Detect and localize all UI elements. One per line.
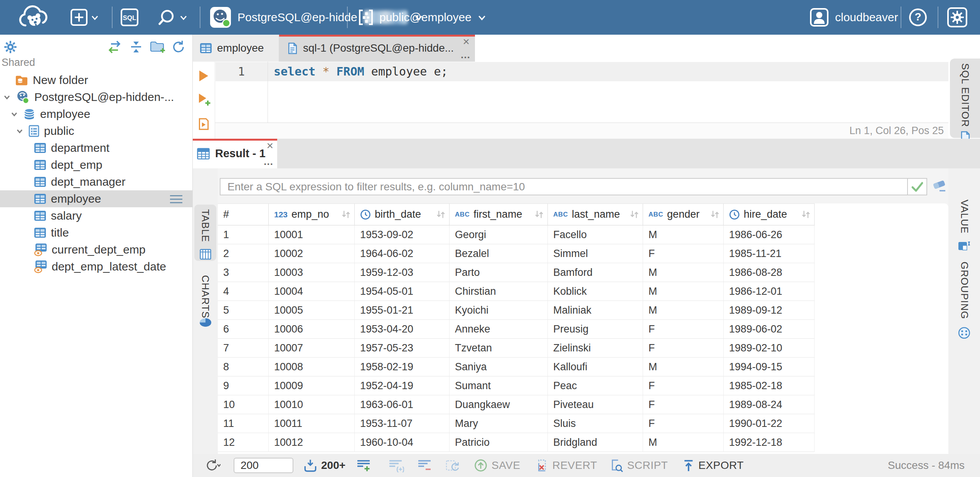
grid-cell[interactable]: 10011 [269, 414, 355, 433]
tree-item-department[interactable]: department [0, 139, 192, 156]
grid-cell[interactable]: F [643, 395, 724, 414]
new-connection-button[interactable] [70, 0, 99, 35]
grid-cell[interactable]: M [643, 358, 724, 376]
grid-cell[interactable]: Bridgland [548, 433, 643, 452]
row-number-cell[interactable]: 7 [218, 339, 269, 358]
row-number-cell[interactable]: 6 [218, 320, 269, 339]
script-button[interactable]: SCRIPT [609, 458, 668, 473]
grid-cell[interactable]: Parto [450, 263, 548, 282]
grid-cell[interactable]: F [643, 376, 724, 395]
tab-sql-editor[interactable]: sql-1 (PostgreSQL@ep-hidde... × … [279, 35, 475, 62]
grid-cell[interactable]: 1989-09-12 [724, 301, 815, 320]
grid-cell[interactable]: Anneke [450, 320, 548, 339]
tree-item-employee[interactable]: employee [0, 106, 192, 123]
grid-cell[interactable]: Sluis [548, 414, 643, 433]
grid-cell[interactable]: Tzvetan [450, 339, 548, 358]
grid-cell[interactable]: 1963-06-01 [355, 395, 450, 414]
grid-cell[interactable]: 1958-02-19 [355, 358, 450, 376]
collapse-all-button[interactable] [129, 39, 143, 55]
grid-cell[interactable]: 1989-06-02 [724, 320, 815, 339]
close-tab-icon[interactable]: × [266, 139, 273, 152]
refresh-tree-button[interactable] [171, 39, 186, 55]
grid-cell[interactable]: 1953-09-02 [355, 225, 450, 244]
row-number-cell[interactable]: 9 [218, 376, 269, 395]
grid-cell[interactable]: M [643, 433, 724, 452]
grid-cell[interactable]: M [643, 301, 724, 320]
grid-cell[interactable]: 1953-11-07 [355, 414, 450, 433]
execute-query-button[interactable] [197, 69, 210, 84]
column-header-hire_date[interactable]: hire_date [724, 203, 815, 225]
grid-cell[interactable]: 1985-02-18 [724, 376, 815, 395]
sort-icon[interactable] [801, 209, 811, 220]
navigator-settings-button[interactable] [3, 39, 18, 55]
grid-cell[interactable]: Peac [548, 376, 643, 395]
grid-cell[interactable]: F [643, 414, 724, 433]
tab-employee[interactable]: employee [193, 35, 279, 62]
refresh-grid-button[interactable] [445, 459, 460, 472]
row-number-cell[interactable]: 10 [218, 395, 269, 414]
row-number-cell[interactable]: 11 [218, 414, 269, 433]
row-number-cell[interactable]: 2 [218, 244, 269, 263]
grid-cell[interactable]: M [643, 263, 724, 282]
tree-item-employee[interactable]: employee [0, 190, 192, 207]
grid-cell[interactable]: Simmel [548, 244, 643, 263]
sort-icon[interactable] [341, 209, 351, 220]
vertical-tab-grouping[interactable]: GROUPING [951, 262, 978, 339]
grid-cell[interactable]: 10005 [269, 301, 355, 320]
tree-item-postgresql-ep-hidden-[interactable]: PostgreSQL@ep-hidden-... [0, 89, 192, 106]
grid-cell[interactable]: 10010 [269, 395, 355, 414]
column-header-birth_date[interactable]: birth_date [355, 203, 450, 225]
tree-item-public[interactable]: public [0, 123, 192, 139]
grid-cell[interactable]: 1955-01-21 [355, 301, 450, 320]
row-limit-input[interactable] [234, 458, 293, 473]
tree-item-salary[interactable]: salary [0, 207, 192, 224]
tree-item-dept-manager[interactable]: dept_manager [0, 173, 192, 190]
grid-cell[interactable]: 1989-08-24 [724, 395, 815, 414]
grid-cell[interactable]: F [643, 320, 724, 339]
tools-menu-button[interactable] [157, 0, 188, 35]
vertical-tab-table[interactable]: TABLE [194, 205, 216, 261]
grid-cell[interactable]: 1960-10-04 [355, 433, 450, 452]
grid-cell[interactable]: 1990-01-22 [724, 414, 815, 433]
grid-cell[interactable]: 10006 [269, 320, 355, 339]
refresh-result-button[interactable] [204, 458, 221, 473]
grid-cell[interactable]: Chirstian [450, 282, 548, 301]
grid-cell[interactable]: 1957-05-23 [355, 339, 450, 358]
grid-cell[interactable]: Patricio [450, 433, 548, 452]
row-number-cell[interactable]: 8 [218, 358, 269, 376]
add-folder-button[interactable] [150, 39, 166, 55]
grid-cell[interactable]: 1986-08-28 [724, 263, 815, 282]
grid-cell[interactable]: Piveteau [548, 395, 643, 414]
column-header-last_name[interactable]: ABClast_name [548, 203, 643, 225]
sort-icon[interactable] [534, 209, 544, 220]
vertical-tab-sql-editor[interactable]: SQL EDITOR [950, 59, 980, 138]
schema-selector[interactable]: public@employee [358, 0, 487, 35]
grid-cell[interactable]: F [643, 244, 724, 263]
grid-cell[interactable]: Sumant [450, 376, 548, 395]
clear-filter-button[interactable] [931, 179, 948, 193]
cloudbeaver-logo[interactable] [15, 0, 53, 35]
row-number-cell[interactable]: 3 [218, 263, 269, 282]
filter-input[interactable] [221, 179, 907, 195]
grid-cell[interactable]: Saniya [450, 358, 548, 376]
row-number-cell[interactable]: 12 [218, 433, 269, 452]
grid-cell[interactable]: F [643, 339, 724, 358]
grid-cell[interactable]: M [643, 225, 724, 244]
grid-cell[interactable]: 1953-04-20 [355, 320, 450, 339]
grid-cell[interactable]: Bamford [548, 263, 643, 282]
grid-cell[interactable]: Koblick [548, 282, 643, 301]
grid-cell[interactable]: 1959-12-03 [355, 263, 450, 282]
grid-cell[interactable]: 1985-11-21 [724, 244, 815, 263]
grid-cell[interactable]: 1964-06-02 [355, 244, 450, 263]
grid-cell[interactable]: 1989-02-10 [724, 339, 815, 358]
column-header-first_name[interactable]: ABCfirst_name [450, 203, 548, 225]
grid-cell[interactable]: 1986-06-26 [724, 225, 815, 244]
code-area[interactable]: select * FROM employee e; [268, 62, 948, 123]
grid-cell[interactable]: Bezalel [450, 244, 548, 263]
tree-item-dept-emp[interactable]: dept_emp [0, 156, 192, 173]
row-menu-icon[interactable] [169, 194, 183, 204]
grid-cell[interactable]: 10007 [269, 339, 355, 358]
vertical-tab-value[interactable]: VALUE [951, 200, 978, 257]
column-header-rownum[interactable]: # [218, 203, 269, 225]
tree-item-current-dept-emp[interactable]: current_dept_emp [0, 241, 192, 258]
